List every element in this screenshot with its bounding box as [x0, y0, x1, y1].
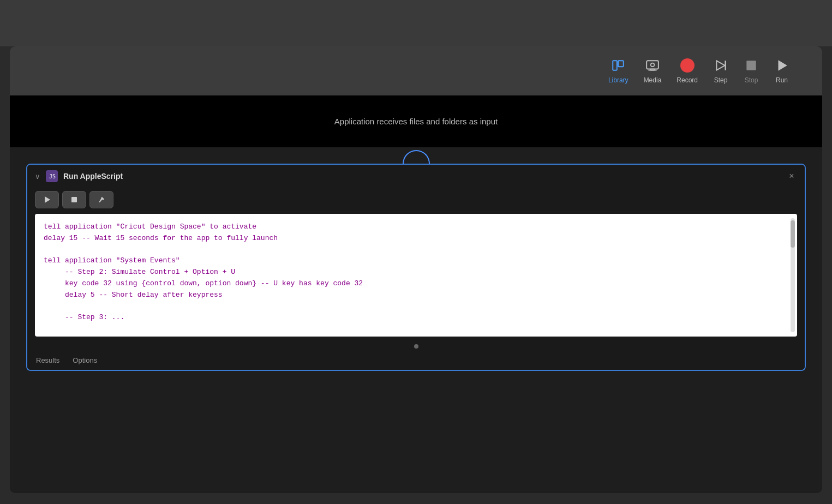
- action-block: ∨ JS Run AppleScript ×: [26, 164, 806, 371]
- toolbar-item-run[interactable]: Run: [774, 58, 789, 84]
- toolbar-item-record[interactable]: Record: [677, 58, 698, 84]
- run-label: Run: [776, 76, 788, 84]
- content-area: Application receives files and folders a…: [10, 95, 822, 493]
- connector: [10, 147, 822, 164]
- action-title: Run AppleScript: [63, 172, 123, 181]
- svg-text:JS: JS: [49, 173, 56, 179]
- toolbar-item-library[interactable]: Library: [608, 58, 629, 84]
- action-compile-button[interactable]: [89, 191, 113, 208]
- svg-rect-8: [746, 61, 756, 70]
- run-icon: [774, 58, 789, 73]
- svg-point-5: [651, 63, 655, 67]
- stop-icon: [744, 58, 759, 73]
- step-label: Step: [714, 76, 728, 84]
- svg-rect-2: [647, 61, 659, 69]
- record-label: Record: [677, 76, 698, 84]
- record-icon: [680, 58, 695, 73]
- tab-options[interactable]: Options: [73, 356, 97, 364]
- toolbar: Library Media Record: [10, 46, 822, 95]
- svg-marker-12: [45, 196, 50, 203]
- svg-marker-9: [779, 60, 787, 71]
- editor-scrollbar[interactable]: [791, 218, 795, 332]
- action-header-left: ∨ JS Run AppleScript: [35, 170, 123, 182]
- svg-rect-13: [71, 197, 77, 202]
- action-stop-button[interactable]: [62, 191, 86, 208]
- svg-rect-1: [618, 61, 624, 67]
- script-content: tell application "Cricut Design Space" t…: [44, 221, 788, 323]
- library-label: Library: [608, 76, 629, 84]
- action-close-button[interactable]: ×: [786, 171, 797, 182]
- step-icon: [713, 58, 728, 73]
- toolbar-item-media[interactable]: Media: [644, 58, 662, 84]
- action-play-button[interactable]: [35, 191, 59, 208]
- script-editor[interactable]: tell application "Cricut Design Space" t…: [35, 214, 797, 337]
- toolbar-item-stop[interactable]: Stop: [744, 58, 759, 84]
- svg-rect-0: [613, 61, 618, 70]
- svg-marker-6: [716, 61, 725, 70]
- toolbar-item-step[interactable]: Step: [713, 58, 728, 84]
- scroll-dot: [414, 344, 418, 349]
- editor-scrollbar-thumb[interactable]: [791, 220, 795, 248]
- collapse-chevron-icon[interactable]: ∨: [35, 172, 40, 181]
- applescript-icon: JS: [46, 170, 58, 182]
- stop-label: Stop: [745, 76, 758, 84]
- connector-arc: [403, 150, 430, 164]
- action-mini-toolbar: [27, 188, 805, 214]
- banner-text: Application receives files and folders a…: [334, 117, 498, 126]
- action-header: ∨ JS Run AppleScript ×: [27, 165, 805, 188]
- media-label: Media: [644, 76, 662, 84]
- action-footer: Results Options: [27, 351, 805, 370]
- input-banner: Application receives files and folders a…: [10, 95, 822, 147]
- media-icon: [645, 58, 660, 73]
- tab-results[interactable]: Results: [36, 356, 59, 364]
- scroll-indicator: [27, 342, 805, 351]
- library-icon: [610, 58, 626, 73]
- top-background: [0, 0, 832, 46]
- main-window: Library Media Record: [10, 46, 822, 493]
